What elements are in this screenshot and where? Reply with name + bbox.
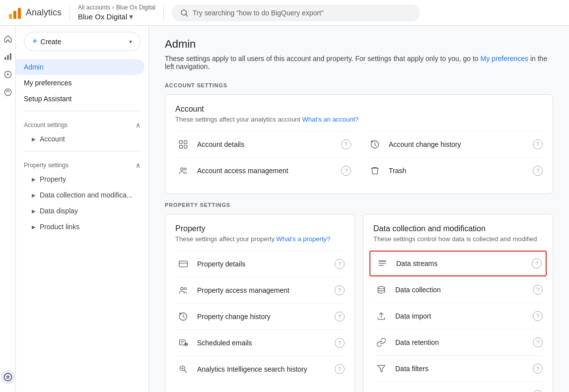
- data-retention-label: Data retention: [395, 338, 533, 346]
- data-filters-icon: [373, 361, 389, 377]
- data-import-help-icon[interactable]: ?: [533, 311, 543, 321]
- account-details-row[interactable]: Account details ?: [175, 131, 351, 157]
- property-change-history-row[interactable]: Property change history ?: [175, 303, 345, 329]
- property-settings-section-label: PROPERTY SETTINGS: [165, 202, 553, 208]
- my-preferences-link[interactable]: My preferences: [481, 55, 528, 63]
- analytics-intelligence-row[interactable]: Analytics Intelligence search history ?: [175, 356, 345, 382]
- svg-rect-13: [184, 141, 187, 144]
- nav-divider-2: [24, 151, 141, 151]
- nav-sidebar: + Create ▾ Admin My preferences Setup As…: [16, 26, 149, 392]
- svg-marker-38: [378, 365, 385, 372]
- sidebar-item-data-collection[interactable]: ▶ Data collection and modifica...: [16, 187, 144, 203]
- account-sub-label: Account: [40, 135, 65, 143]
- property-details-label: Property details: [197, 260, 335, 268]
- breadcrumb-all-accounts: All accounts: [78, 4, 110, 11]
- create-label: Create: [41, 38, 62, 46]
- property-sub-label: Property: [40, 175, 66, 183]
- account-card-title: Account: [175, 105, 543, 114]
- sidebar-item-admin[interactable]: Admin: [16, 59, 144, 75]
- app-title: Analytics: [26, 7, 62, 18]
- sidebar-item-setup-assistant[interactable]: Setup Assistant: [16, 91, 144, 107]
- account-change-history-row[interactable]: Account change history ?: [367, 131, 543, 157]
- account-selector[interactable]: Blue Ox Digital ▾: [78, 12, 155, 21]
- analytics-intelligence-help-icon[interactable]: ?: [335, 364, 345, 374]
- svg-point-11: [6, 376, 9, 379]
- property-details-help-icon[interactable]: ?: [335, 259, 345, 269]
- sidebar-item-my-preferences[interactable]: My preferences: [16, 75, 144, 91]
- property-access-icon: [175, 282, 191, 298]
- whats-an-account-link[interactable]: What's an account?: [302, 116, 359, 123]
- property-details-icon: [175, 256, 191, 272]
- sidebar-item-property[interactable]: ▶ Property: [16, 171, 144, 187]
- data-collection-card-title: Data collection and modification: [373, 224, 543, 233]
- svg-rect-6: [7, 55, 8, 60]
- data-retention-row[interactable]: Data retention ?: [373, 329, 543, 355]
- property-access-row[interactable]: Property access management ?: [175, 277, 345, 303]
- data-display-sub-label: Data display: [40, 207, 78, 215]
- account-selector-container[interactable]: All accounts › Blue Ox Digital Blue Ox D…: [78, 4, 155, 21]
- property-details-row[interactable]: Property details ?: [175, 251, 345, 277]
- account-settings-section-header[interactable]: Account settings ∧: [16, 115, 148, 131]
- property-change-history-help-icon[interactable]: ?: [335, 312, 345, 322]
- topbar: Analytics All accounts › Blue Ox Digital…: [0, 0, 569, 26]
- sidebar-admin-label: Admin: [24, 63, 44, 71]
- data-deletion-row[interactable]: Data deletion requests ?: [373, 382, 543, 392]
- advertising-icon-btn[interactable]: [1, 85, 15, 99]
- reports-icon-btn[interactable]: [1, 50, 15, 64]
- breadcrumb-account: Blue Ox Digital: [116, 4, 155, 11]
- account-card-left: Account details ? Account access managem…: [175, 131, 351, 184]
- trash-row[interactable]: Trash ?: [367, 157, 543, 184]
- explore-icon-btn[interactable]: [1, 67, 15, 81]
- property-settings-section-header[interactable]: Property settings ∧: [16, 155, 148, 171]
- property-settings-chevron-icon: ∧: [136, 161, 141, 169]
- analytics-intelligence-icon: [175, 361, 191, 377]
- topbar-divider: [70, 5, 70, 21]
- svg-point-17: [184, 168, 186, 170]
- admin-icon-btn[interactable]: [1, 370, 15, 384]
- account-access-row[interactable]: Account access management ?: [175, 157, 351, 184]
- trash-help-icon[interactable]: ?: [533, 166, 543, 176]
- data-deletion-help-icon[interactable]: ?: [533, 390, 543, 392]
- sidebar-item-product-links[interactable]: ▶ Product links: [16, 219, 144, 235]
- search-bar[interactable]: Try searching "how to do BigQuery export…: [172, 4, 420, 21]
- home-icon-btn[interactable]: [1, 32, 15, 46]
- data-streams-help-icon[interactable]: ?: [532, 259, 542, 268]
- account-settings-section-label: ACCOUNT SETTINGS: [165, 82, 553, 88]
- scheduled-emails-help-icon[interactable]: ?: [335, 338, 345, 348]
- data-collection-card-desc: These settings control how data is colle…: [373, 235, 543, 243]
- main-content: Admin These settings apply to all users …: [149, 26, 569, 392]
- change-history-label: Account change history: [389, 140, 533, 148]
- data-filters-help-icon[interactable]: ?: [533, 364, 543, 374]
- change-history-icon: [367, 136, 383, 152]
- sidebar-item-data-display[interactable]: ▶ Data display: [16, 203, 144, 219]
- scheduled-emails-label: Scheduled emails: [197, 339, 335, 347]
- data-collection-help-icon[interactable]: ?: [533, 285, 543, 295]
- data-collection-row[interactable]: Data collection ?: [373, 276, 543, 303]
- whats-a-property-link[interactable]: What's a property?: [277, 235, 331, 243]
- data-streams-row[interactable]: Data streams ?: [369, 251, 547, 276]
- data-filters-row[interactable]: Data filters ?: [373, 355, 543, 382]
- property-card-desc: These settings affect your property What…: [175, 235, 345, 243]
- svg-rect-12: [180, 141, 183, 144]
- create-chevron-icon: ▾: [129, 38, 132, 45]
- property-card-title: Property: [175, 224, 345, 233]
- page-desc-text: These settings apply to all users of thi…: [165, 55, 481, 63]
- property-access-help-icon[interactable]: ?: [335, 285, 345, 295]
- property-expand-icon: ▶: [32, 177, 36, 182]
- account-details-icon: [175, 136, 191, 152]
- scheduled-emails-row[interactable]: ● Scheduled emails ?: [175, 329, 345, 356]
- svg-point-21: [181, 287, 183, 290]
- breadcrumb: All accounts › Blue Ox Digital: [78, 4, 155, 11]
- create-button[interactable]: + Create ▾: [24, 32, 141, 51]
- account-card-desc-text: These settings affect your analytics acc…: [175, 116, 302, 123]
- sidebar-item-account[interactable]: ▶ Account: [16, 131, 144, 147]
- account-access-help-icon[interactable]: ?: [341, 166, 351, 176]
- data-retention-help-icon[interactable]: ?: [533, 337, 543, 347]
- account-details-help-icon[interactable]: ?: [341, 139, 351, 149]
- page-description: These settings apply to all users of thi…: [165, 55, 553, 70]
- change-history-help-icon[interactable]: ?: [533, 139, 543, 149]
- product-links-expand-icon: ▶: [32, 224, 36, 230]
- account-card: Account These settings affect your analy…: [165, 94, 553, 194]
- data-import-row[interactable]: Data import ?: [373, 303, 543, 329]
- reports-icon: [3, 52, 12, 61]
